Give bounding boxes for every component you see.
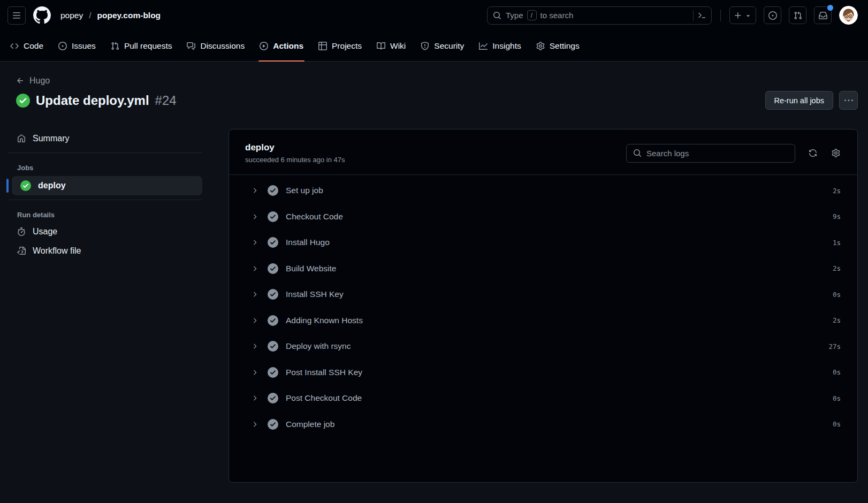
breadcrumb-owner-link[interactable]: popey	[58, 9, 85, 22]
tab-code[interactable]: Code	[4, 31, 49, 61]
create-new-button[interactable]	[729, 6, 756, 24]
page-title: Update deploy.yml	[36, 93, 149, 108]
search-icon	[633, 149, 642, 157]
step-success-icon	[268, 237, 278, 248]
chevron-right-icon	[251, 187, 258, 194]
notifications-button[interactable]	[814, 6, 832, 24]
three-bars-icon	[12, 11, 21, 20]
job-panel-tools: Search logs	[626, 144, 841, 163]
step-success-icon	[268, 367, 278, 378]
sidebar-item-workflow-file[interactable]: Workflow file	[9, 241, 202, 261]
log-settings-button[interactable]	[831, 148, 841, 158]
tab-label: Insights	[492, 41, 521, 51]
step-row-checkout-code[interactable]: Checkout Code9s	[229, 204, 857, 230]
rerun-all-jobs-button[interactable]: Re-run all jobs	[765, 91, 834, 110]
arrow-left-icon	[16, 77, 25, 85]
tab-wiki[interactable]: Wiki	[371, 31, 412, 61]
git-pull-request-icon	[111, 42, 119, 50]
step-name: Build Website	[286, 264, 336, 273]
step-row-post-install-ssh-key[interactable]: Post Install SSH Key0s	[229, 360, 857, 386]
issues-dashboard-button[interactable]	[764, 6, 781, 24]
tab-insights[interactable]: Insights	[473, 31, 527, 61]
job-panel-heading: deploy succeeded 6 minutes ago in 47s	[245, 142, 345, 164]
step-row-build-website[interactable]: Build Website2s	[229, 256, 857, 282]
tab-label: Projects	[332, 41, 362, 51]
issue-opened-icon	[768, 11, 777, 20]
success-check-icon	[16, 94, 30, 108]
search-logs-input[interactable]: Search logs	[626, 144, 795, 163]
search-icon	[633, 149, 642, 157]
tab-label: Wiki	[390, 41, 406, 51]
more-options-button[interactable]	[839, 91, 858, 110]
sidebar-item-label: Summary	[33, 134, 69, 143]
page-content: Hugo Update deploy.yml #24 Re-run all jo…	[0, 62, 868, 483]
job-success-icon	[20, 180, 31, 191]
header-actions	[729, 6, 832, 24]
chevron-right-icon	[251, 239, 258, 246]
header-divider	[720, 10, 721, 21]
tab-issues[interactable]: Issues	[52, 31, 102, 61]
triangle-down-icon	[744, 12, 752, 19]
step-row-complete-job[interactable]: Complete job0s	[229, 411, 857, 438]
step-row-post-checkout-code[interactable]: Post Checkout Code0s	[229, 385, 857, 411]
step-name: Adding Known Hosts	[286, 316, 363, 325]
search-logs-placeholder: Search logs	[646, 149, 689, 158]
tab-projects[interactable]: Projects	[313, 31, 368, 61]
step-duration: 27s	[828, 342, 841, 350]
chevron-right-icon	[251, 291, 258, 298]
command-palette-icon[interactable]	[698, 11, 706, 19]
step-row-set-up-job[interactable]: Set up job2s	[229, 178, 857, 204]
sidebar-job-deploy[interactable]: deploy	[12, 176, 202, 195]
chevron-right-icon	[251, 394, 258, 402]
command-palette-icon	[698, 11, 706, 19]
step-duration: 2s	[833, 316, 841, 324]
arrow-left-icon	[16, 77, 25, 85]
breadcrumb: popey / popey.com-blog	[58, 9, 163, 22]
sidebar-item-usage[interactable]: Usage	[9, 222, 202, 241]
tab-discussions[interactable]: Discussions	[181, 31, 250, 61]
global-search-input[interactable]: Type/to search	[487, 6, 712, 25]
job-panel-header: deploy succeeded 6 minutes ago in 47s Se…	[229, 129, 857, 174]
avatar[interactable]	[839, 6, 858, 25]
step-duration: 9s	[833, 212, 841, 220]
step-duration: 1s	[833, 239, 841, 247]
refresh-logs-button[interactable]	[808, 148, 818, 158]
search-box-divider	[693, 10, 694, 21]
tab-security[interactable]: Security	[415, 31, 470, 61]
back-to-workflow-link[interactable]: Hugo	[16, 76, 50, 86]
breadcrumb-repo-link[interactable]: popey.com-blog	[95, 9, 163, 22]
sidebar-item-label: Workflow file	[33, 246, 81, 256]
tab-label: Security	[434, 41, 464, 51]
step-success-icon	[268, 393, 278, 403]
git-pull-request-icon	[794, 11, 802, 20]
step-duration: 0s	[833, 291, 841, 299]
step-name: Post Checkout Code	[286, 393, 362, 403]
issue-opened-icon	[58, 42, 67, 50]
tab-label: Code	[24, 41, 43, 51]
github-logo[interactable]	[33, 6, 51, 24]
step-name: Complete job	[286, 420, 334, 429]
run-status-success-icon	[16, 94, 30, 108]
pull-requests-dashboard-button[interactable]	[789, 6, 806, 24]
book-icon	[377, 42, 385, 50]
step-row-install-ssh-key[interactable]: Install SSH Key0s	[229, 281, 857, 308]
step-row-adding-known-hosts[interactable]: Adding Known Hosts2s	[229, 308, 857, 334]
step-success-icon	[268, 341, 278, 352]
tab-label: Issues	[72, 41, 96, 51]
tab-label: Discussions	[200, 41, 245, 51]
chevron-right-icon	[251, 317, 258, 324]
step-duration: 2s	[833, 264, 841, 272]
tab-actions[interactable]: Actions	[254, 31, 309, 61]
search-icon	[493, 11, 501, 20]
tab-pull-requests[interactable]: Pull requests	[105, 31, 178, 61]
hamburger-menu-button[interactable]	[7, 6, 26, 25]
slash-key-hint: /	[527, 10, 537, 20]
step-row-deploy-with-rsync[interactable]: Deploy with rsync27s	[229, 333, 857, 360]
step-row-install-hugo[interactable]: Install Hugo1s	[229, 230, 857, 256]
file-code-icon	[17, 247, 26, 255]
sidebar-item-summary[interactable]: Summary	[9, 129, 202, 148]
tab-label: Settings	[550, 41, 580, 51]
tab-settings[interactable]: Settings	[530, 31, 585, 61]
step-success-icon	[268, 419, 278, 430]
inbox-icon	[819, 11, 827, 20]
